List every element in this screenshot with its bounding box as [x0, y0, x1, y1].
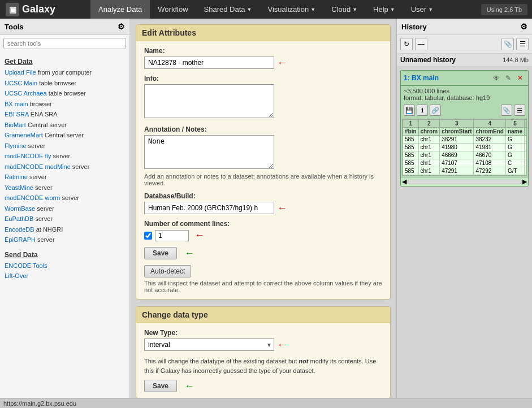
- dataset-info-icon[interactable]: ℹ: [417, 105, 428, 116]
- new-type-label: New Type:: [144, 329, 382, 337]
- hint-prefix: This will change the datatype of the exi…: [144, 358, 299, 364]
- tools-settings-icon[interactable]: ⚙: [118, 22, 125, 31]
- tool-epigraph[interactable]: EpiGRAPH server: [5, 235, 125, 245]
- table-scroll-right[interactable]: ▶: [522, 178, 527, 185]
- tool-flymine[interactable]: Flymine server: [5, 141, 125, 151]
- tool-wormbase[interactable]: WormBase server: [5, 203, 125, 214]
- dataset-title[interactable]: 1: BX main: [404, 74, 490, 82]
- tool-modencode-fly[interactable]: modENCODE fly server: [5, 151, 125, 162]
- col-num-1: 1: [403, 120, 419, 128]
- comment-lines-input-row: ←: [144, 229, 382, 241]
- change-type-hint: This will change the datatype of the exi…: [144, 357, 382, 375]
- dataset-close-icon[interactable]: ✕: [515, 73, 525, 83]
- tool-ebi-sra[interactable]: EBI SRA ENA SRA: [5, 109, 125, 120]
- name-input[interactable]: [144, 57, 274, 69]
- cloud-dropdown-arrow: ▼: [352, 7, 357, 12]
- dataset-actions: 💾 ℹ 🔗 📎 ☰: [401, 103, 528, 118]
- preview-table: 1 2 3 4 5 6 #bin chrom chromStart: [403, 119, 527, 175]
- nav-cloud[interactable]: Cloud ▼: [323, 0, 365, 19]
- dataset-options-icon[interactable]: ☰: [514, 105, 525, 116]
- annotation-label: Annotation / Notes:: [144, 125, 382, 133]
- col-num-5: 5: [505, 120, 524, 128]
- tool-gramenemart[interactable]: GrameneMart Central server: [5, 130, 125, 141]
- col-name-chrom: chrom: [418, 128, 440, 136]
- tool-modencode-worm[interactable]: modENCODE worm server: [5, 193, 125, 203]
- tool-biomart[interactable]: BioMart Central server: [5, 120, 125, 131]
- col-name-chromstart: chromStart: [440, 128, 474, 136]
- new-type-select[interactable]: interval bed tabular fasta: [144, 338, 274, 351]
- tool-encode-tools[interactable]: ENCODE Tools: [5, 261, 125, 271]
- user-dropdown-arrow: ▼: [428, 7, 433, 12]
- new-type-red-arrow: ←: [277, 339, 287, 351]
- table-scroll-left[interactable]: ◀: [402, 178, 406, 185]
- nav-shared-data[interactable]: Shared Data ▼: [196, 0, 260, 19]
- nav-analyze-data[interactable]: Analyze Data: [90, 0, 150, 19]
- dataset-edit-icon[interactable]: ✎: [503, 73, 513, 83]
- dataset-attach2-icon[interactable]: 📎: [501, 105, 512, 116]
- col-name-name: name: [505, 128, 524, 136]
- nav-user[interactable]: User ▼: [403, 0, 441, 19]
- tool-ratmine[interactable]: Ratmine server: [5, 172, 125, 183]
- comments-red-arrow: ←: [194, 229, 205, 241]
- history-name: Unnamed history: [400, 56, 456, 64]
- dataset-lines: ~3,500,000 lines: [404, 88, 525, 94]
- nav-workflow[interactable]: Workflow: [150, 0, 196, 19]
- logo-icon: ▣: [6, 3, 19, 16]
- comment-lines-checkbox[interactable]: [144, 232, 152, 240]
- database-red-arrow: ←: [277, 202, 287, 214]
- dataset-save-icon[interactable]: 💾: [404, 105, 415, 116]
- dataset-link-icon[interactable]: 🔗: [430, 105, 441, 116]
- get-data-section[interactable]: Get Data: [5, 58, 125, 66]
- nav-help[interactable]: Help ▼: [365, 0, 403, 19]
- name-label: Name:: [144, 47, 382, 55]
- tool-modencode-modmine[interactable]: modENCODE modMine server: [5, 162, 125, 172]
- edit-attributes-section: Edit Attributes Name: ← Info:: [136, 24, 391, 300]
- preview-tbody: 585chr13829138232G1585chr14198041981G158…: [403, 136, 527, 175]
- name-row: Name: ←: [144, 47, 382, 69]
- help-dropdown-arrow: ▼: [390, 7, 395, 12]
- col-num-3: 3: [440, 120, 474, 128]
- data-preview: 1 2 3 4 5 6 #bin chrom chromStart: [402, 119, 527, 176]
- tool-ucsc-main[interactable]: UCSC Main table browser: [5, 78, 125, 89]
- tool-encodedb[interactable]: EncodeDB at NHGRI: [5, 224, 125, 235]
- tool-eupathdb[interactable]: EuPathDB server: [5, 214, 125, 224]
- history-settings-icon[interactable]: ⚙: [520, 22, 527, 31]
- annotation-hint: Add an annotation or notes to a dataset;…: [144, 173, 382, 186]
- change-type-save-button[interactable]: Save: [144, 380, 177, 392]
- history-header: History ⚙: [397, 19, 532, 35]
- history-options-btn[interactable]: ☰: [516, 38, 529, 50]
- annotation-row: Annotation / Notes: None Add an annotati…: [144, 125, 382, 186]
- change-data-type-section: Change data type New Type: interval bed …: [136, 306, 391, 398]
- change-data-type-content: New Type: interval bed tabular fasta ▼: [136, 323, 390, 398]
- history-refresh-btn[interactable]: ↻: [400, 38, 413, 50]
- tool-lift-over[interactable]: Lift-Over: [5, 271, 125, 281]
- database-input[interactable]: [144, 202, 274, 214]
- annotation-textarea[interactable]: None: [144, 135, 274, 169]
- tools-search-wrapper: [0, 35, 129, 52]
- nav-visualization[interactable]: Visualization ▼: [259, 0, 323, 19]
- tool-bx-main[interactable]: BX main browser: [5, 99, 125, 110]
- save-button[interactable]: Save: [144, 247, 177, 259]
- search-input[interactable]: [3, 38, 126, 49]
- tool-ucsc-archaea[interactable]: UCSC Archaea table browser: [5, 88, 125, 99]
- tools-header: Tools ⚙: [0, 19, 129, 35]
- dataset-eye-icon[interactable]: 👁: [491, 73, 501, 83]
- history-size: 144.8 Mb: [503, 57, 529, 63]
- change-type-save-row: Save ←: [144, 380, 382, 392]
- col-name-chromend: chromEnd: [474, 128, 505, 136]
- name-red-arrow: ←: [277, 57, 287, 69]
- tool-yeastmine[interactable]: YeastMine server: [5, 183, 125, 193]
- send-data-section[interactable]: Send Data: [5, 251, 125, 259]
- info-textarea[interactable]: [144, 84, 274, 118]
- col-num-2: 2: [418, 120, 440, 128]
- tool-upload-file[interactable]: Upload File from your computer: [5, 67, 125, 78]
- table-row: 585chr14666946670G1: [403, 151, 527, 159]
- autodetect-button[interactable]: Auto-detect: [144, 265, 191, 277]
- comment-lines-input[interactable]: [155, 230, 189, 241]
- table-row: 585chr14198041981G1: [403, 144, 527, 151]
- statusbar: https://main.g2.bx.psu.edu: [0, 398, 532, 408]
- history-collapse-btn[interactable]: —: [415, 38, 427, 50]
- history-name-row: Unnamed history 144.8 Mb: [397, 54, 532, 67]
- tools-panel: Tools ⚙ Get Data Upload File from your c…: [0, 19, 130, 408]
- history-attach-btn[interactable]: 📎: [501, 38, 514, 50]
